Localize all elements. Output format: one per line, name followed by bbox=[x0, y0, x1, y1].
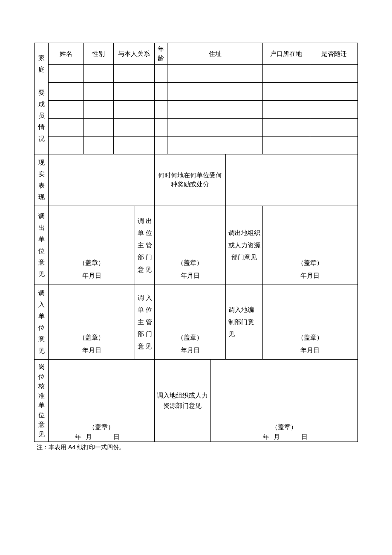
section-post-approve: 岗位核准单位意见 bbox=[35, 360, 49, 442]
section-in-mgr: 调 入单 位主 管部 门意见 bbox=[135, 285, 155, 360]
in-unit-sig[interactable]: （盖章）年月日 bbox=[49, 285, 135, 360]
section-performance: 现实表现 bbox=[35, 154, 49, 206]
hdr-address: 住址 bbox=[167, 43, 262, 65]
section-in-staff: 调入地编制部门意见 bbox=[226, 285, 262, 360]
out-mgr-sig[interactable]: （盖章）年月日 bbox=[155, 206, 226, 285]
form-table: 家 庭 要 成 员 情 况 姓名 性别 与本人关系 年龄 住址 户口所在地 是否… bbox=[34, 43, 358, 442]
section-family: 家 庭 要 成 员 情 况 bbox=[35, 43, 49, 154]
reward-cell[interactable] bbox=[226, 154, 358, 206]
in-staff-sig[interactable]: （盖章）年月日 bbox=[262, 285, 357, 360]
table-row bbox=[35, 137, 358, 154]
section-out-hr: 调出地组织或人力资源部门意见 bbox=[226, 206, 262, 285]
section-in-unit: 调入单位意见 bbox=[35, 285, 49, 360]
table-row bbox=[35, 65, 358, 83]
hdr-migrate: 是否随迁 bbox=[310, 43, 358, 65]
footnote: 注：本表用 A4 纸打印一式四份。 bbox=[34, 444, 358, 451]
table-row bbox=[35, 83, 358, 101]
table-row bbox=[35, 101, 358, 119]
out-unit-sig[interactable]: （盖章）年月日 bbox=[49, 206, 135, 285]
hdr-hukou: 户口所在地 bbox=[262, 43, 310, 65]
hdr-name: 姓名 bbox=[49, 43, 83, 65]
section-in-hr: 调入地组织或人力资源部门意见 bbox=[155, 360, 211, 442]
post-approve-sig[interactable]: （盖章） 年月日 bbox=[49, 360, 155, 442]
section-out-mgr: 调 出单 位主 管部 门意见 bbox=[135, 206, 155, 285]
performance-cell[interactable] bbox=[49, 154, 155, 206]
in-hr-sig[interactable]: （盖章） 年月日 bbox=[210, 360, 357, 442]
reward-label: 何时何地在何单位受何种奖励或处分 bbox=[155, 154, 226, 206]
table-row bbox=[35, 119, 358, 137]
hdr-gender: 性别 bbox=[83, 43, 113, 65]
section-out-unit: 调出单位意见 bbox=[35, 206, 49, 285]
hdr-age: 年龄 bbox=[155, 43, 167, 65]
out-hr-sig[interactable]: （盖章）年月日 bbox=[262, 206, 357, 285]
hdr-relation: 与本人关系 bbox=[113, 43, 154, 65]
in-mgr-sig[interactable]: （盖章）年月日 bbox=[155, 285, 226, 360]
